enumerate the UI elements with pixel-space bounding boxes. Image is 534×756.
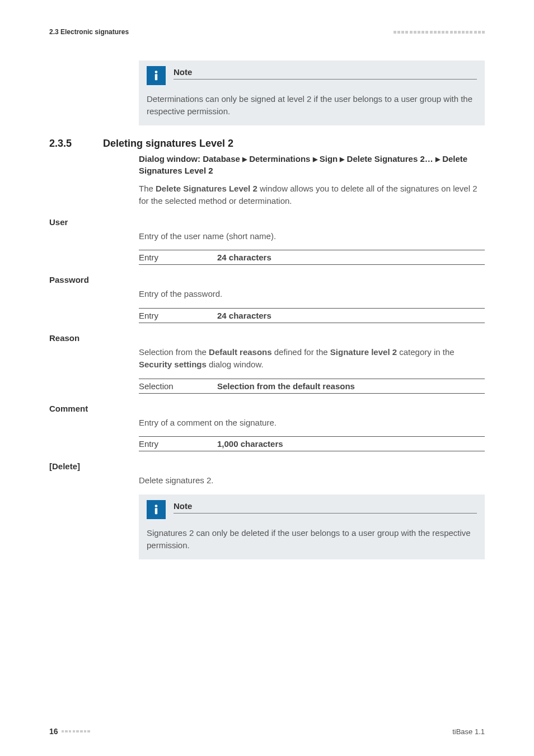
text-bold: Default reasons — [209, 347, 272, 357]
entry-value: 24 characters — [217, 311, 271, 320]
entry-label: Selection — [139, 381, 217, 391]
page-number: 16 — [49, 727, 58, 736]
field-spec-password: Entry 24 characters — [139, 308, 485, 323]
entry-value: 1,000 characters — [217, 439, 283, 449]
page: 2.3 Electronic signatures Note Determina… — [0, 0, 534, 756]
field-spec-comment: Entry 1,000 characters — [139, 436, 485, 451]
field-desc-password: Entry of the password. — [139, 288, 485, 300]
svg-point-0 — [155, 71, 158, 73]
field-label-delete: [Delete] — [49, 461, 485, 471]
text: dialog window. — [207, 360, 264, 369]
note-title: Note — [174, 501, 477, 514]
field-label-reason: Reason — [49, 333, 485, 343]
page-header: 2.3 Electronic signatures — [49, 28, 485, 36]
entry-value: Selection from the default reasons — [217, 381, 355, 391]
dialog-text: Sign — [317, 154, 340, 164]
page-footer: 16 tiBase 1.1 — [49, 727, 485, 736]
svg-point-2 — [155, 505, 158, 507]
note-body: Determinations can only be signed at lev… — [147, 93, 477, 118]
note-header: Note — [147, 66, 477, 85]
footer-left: 16 — [49, 727, 90, 736]
svg-rect-1 — [155, 74, 157, 80]
entry-label: Entry — [139, 253, 217, 262]
info-icon — [147, 500, 166, 519]
note-header: Note — [147, 500, 477, 519]
text: category in the — [397, 347, 455, 357]
field-desc-delete: Delete signatures 2. — [139, 474, 485, 487]
note-body: Signatures 2 can only be deleted if the … — [147, 527, 477, 552]
triangle-icon: ▶ — [313, 155, 317, 164]
footer-dotted-decoration — [62, 730, 90, 733]
field-desc-comment: Entry of a comment on the signature. — [139, 417, 485, 429]
entry-value: 24 characters — [217, 253, 271, 262]
section-number: 2.3.5 — [49, 138, 103, 150]
section-heading: 2.3.5 Deleting signatures Level 2 — [49, 138, 485, 150]
header-section-ref: 2.3 Electronic signatures — [49, 28, 129, 36]
triangle-icon: ▶ — [435, 155, 440, 164]
field-label-password: Password — [49, 275, 485, 284]
section-title: Deleting signatures Level 2 — [103, 138, 233, 150]
text: defined for the — [272, 347, 330, 357]
section-intro: The Delete Signatures Level 2 window all… — [139, 183, 485, 207]
text: The — [139, 184, 156, 193]
footer-product: tiBase 1.1 — [452, 727, 485, 736]
text-bold: Security settings — [139, 360, 207, 369]
svg-rect-3 — [155, 508, 157, 514]
entry-label: Entry — [139, 439, 217, 449]
dialog-text: Determinations — [247, 154, 313, 164]
dialog-window-path: Dialog window: Database ▶ Determinations… — [139, 153, 485, 178]
field-label-user: User — [49, 217, 485, 227]
dialog-text: Dialog window: Database — [139, 154, 242, 164]
text-bold: Signature level 2 — [330, 347, 397, 357]
dialog-text: Delete Signatures 2… — [344, 154, 435, 164]
note-box-top: Note Determinations can only be signed a… — [139, 60, 485, 125]
note-box-bottom: Note Signatures 2 can only be deleted if… — [139, 494, 485, 559]
text: Selection from the — [139, 347, 209, 357]
header-dotted-decoration — [394, 31, 485, 34]
info-icon — [147, 66, 166, 85]
field-spec-user: Entry 24 characters — [139, 250, 485, 265]
text-bold: Delete Signatures Level 2 — [156, 184, 257, 193]
field-desc-reason: Selection from the Default reasons defin… — [139, 346, 485, 371]
field-spec-reason: Selection Selection from the default rea… — [139, 379, 485, 394]
triangle-icon: ▶ — [242, 155, 247, 164]
note-title: Note — [174, 67, 477, 80]
entry-label: Entry — [139, 311, 217, 320]
field-desc-user: Entry of the user name (short name). — [139, 230, 485, 242]
field-label-comment: Comment — [49, 404, 485, 413]
